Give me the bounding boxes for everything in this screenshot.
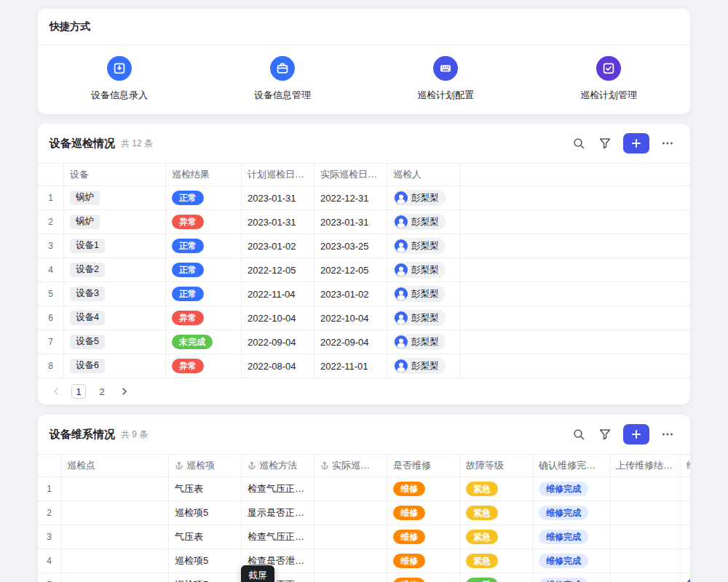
actual-cell[interactable] (314, 501, 387, 525)
add-record-button[interactable] (623, 424, 649, 445)
actual-date-cell[interactable]: 2023-01-02 (314, 282, 387, 306)
column-header[interactable]: 确认维修完… (533, 455, 610, 477)
pager-prev-button[interactable] (51, 386, 61, 396)
column-header[interactable]: 设备 (64, 164, 166, 186)
actual-date-cell[interactable]: 2022-10-04 (314, 306, 387, 330)
point-cell[interactable] (61, 501, 169, 525)
device-cell[interactable]: 设备6 (64, 354, 166, 378)
repair-person-cell[interactable] (681, 573, 690, 582)
plan-date-cell[interactable]: 2022-11-04 (242, 282, 314, 306)
actual-date-cell[interactable]: 2022-09-04 (314, 330, 387, 354)
device-cell[interactable]: 设备2 (64, 258, 166, 282)
point-cell[interactable] (61, 549, 169, 573)
filter-button[interactable] (594, 424, 616, 445)
plan-date-cell[interactable]: 2023-01-31 (242, 210, 314, 234)
repair-cell[interactable]: 维修 (387, 477, 460, 501)
shortcut-item-0[interactable]: 设备信息录入 (38, 56, 201, 102)
item-cell[interactable]: 气压表 (169, 525, 242, 549)
repair-cell[interactable]: 维修 (387, 525, 460, 549)
actual-date-cell[interactable]: 2023-03-25 (314, 234, 387, 258)
confirm-cell[interactable]: 维修完成 (533, 477, 610, 501)
item-cell[interactable]: 巡检项5 (169, 501, 242, 525)
shortcut-item-1[interactable]: 设备信息管理 (201, 56, 364, 102)
repair-cell[interactable]: 维修 (387, 501, 460, 525)
column-header[interactable]: 巡检点 (61, 455, 169, 477)
level-cell[interactable]: 紧急 (460, 525, 533, 549)
actual-date-cell[interactable]: 2023-01-31 (314, 210, 387, 234)
repair-person-cell[interactable] (681, 501, 690, 525)
more-button[interactable] (657, 133, 678, 154)
level-cell[interactable]: 紧急 (460, 501, 533, 525)
column-header[interactable]: 巡检方法 (242, 455, 314, 477)
plan-date-cell[interactable]: 2022-09-04 (242, 330, 314, 354)
pager-page-2[interactable]: 2 (95, 384, 109, 399)
column-header[interactable]: 计划巡检日… (242, 164, 314, 186)
column-header[interactable]: 实际巡检日… (314, 164, 387, 186)
search-button[interactable] (568, 424, 590, 445)
result-cell[interactable]: 异常 (166, 306, 242, 330)
result-cell[interactable]: 未完成 (166, 330, 242, 354)
actual-cell[interactable] (314, 573, 387, 582)
upload-cell[interactable] (610, 549, 681, 573)
item-cell[interactable]: 气压表 (169, 477, 242, 501)
repair-cell[interactable]: 维修 (387, 549, 460, 573)
actual-date-cell[interactable]: 2022-11-01 (314, 354, 387, 378)
inspector-cell[interactable]: 彭梨梨 (387, 306, 460, 330)
result-cell[interactable]: 正常 (166, 282, 242, 306)
item-cell[interactable]: 巡检项5 (169, 573, 242, 582)
column-header[interactable]: 巡检人 (387, 164, 460, 186)
result-cell[interactable]: 正常 (166, 258, 242, 282)
level-cell[interactable]: 一般 (460, 573, 533, 582)
inspector-cell[interactable]: 彭梨梨 (387, 234, 460, 258)
inspector-cell[interactable]: 彭梨梨 (387, 354, 460, 378)
inspector-cell[interactable]: 彭梨梨 (387, 186, 460, 210)
upload-cell[interactable] (610, 501, 681, 525)
more-button[interactable] (657, 424, 678, 445)
plan-date-cell[interactable]: 2023-01-02 (242, 234, 314, 258)
item-cell[interactable]: 巡检项5 (169, 549, 242, 573)
plan-date-cell[interactable]: 2023-01-31 (242, 186, 314, 210)
actual-date-cell[interactable]: 2022-12-05 (314, 258, 387, 282)
repair-person-cell[interactable] (681, 477, 690, 501)
repair-cell[interactable]: 维修 (387, 573, 460, 582)
add-record-button[interactable] (623, 133, 649, 154)
column-header[interactable]: 巡检结果 (166, 164, 242, 186)
search-button[interactable] (568, 133, 590, 154)
inspector-cell[interactable]: 彭梨梨 (387, 282, 460, 306)
result-cell[interactable]: 异常 (166, 210, 242, 234)
device-cell[interactable]: 锅炉 (64, 186, 166, 210)
upload-cell[interactable] (610, 573, 681, 582)
device-cell[interactable]: 设备3 (64, 282, 166, 306)
level-cell[interactable]: 紧急 (460, 549, 533, 573)
plan-date-cell[interactable]: 2022-12-05 (242, 258, 314, 282)
method-cell[interactable]: 检查气压正… (242, 525, 314, 549)
actual-cell[interactable] (314, 525, 387, 549)
repair-person-cell[interactable] (681, 549, 690, 573)
column-header[interactable]: 巡检项 (169, 455, 242, 477)
actual-cell[interactable] (314, 549, 387, 573)
pager-next-button[interactable] (119, 386, 130, 396)
upload-cell[interactable] (610, 525, 681, 549)
device-cell[interactable]: 设备4 (64, 306, 166, 330)
column-header[interactable]: 维… (681, 455, 690, 477)
device-cell[interactable]: 锅炉 (64, 210, 166, 234)
inspector-cell[interactable]: 彭梨梨 (387, 258, 460, 282)
column-header[interactable]: 故障等级 (460, 455, 533, 477)
method-cell[interactable]: 检查气压正… (242, 477, 314, 501)
point-cell[interactable] (61, 573, 169, 582)
device-cell[interactable]: 设备5 (64, 330, 166, 354)
column-header[interactable]: 上传维修结… (610, 455, 681, 477)
filter-button[interactable] (594, 133, 616, 154)
plan-date-cell[interactable]: 2022-08-04 (242, 354, 314, 378)
shortcut-item-3[interactable]: 巡检计划管理 (527, 56, 690, 102)
level-cell[interactable]: 紧急 (460, 477, 533, 501)
confirm-cell[interactable]: 维修完成 (533, 525, 610, 549)
pager-page-1[interactable]: 1 (71, 384, 86, 399)
confirm-cell[interactable]: 维修完成 (533, 549, 610, 573)
point-cell[interactable] (61, 477, 169, 501)
result-cell[interactable]: 正常 (166, 186, 242, 210)
upload-cell[interactable] (610, 477, 681, 501)
column-header[interactable]: 是否维修 (387, 455, 460, 477)
inspector-cell[interactable]: 彭梨梨 (387, 210, 460, 234)
confirm-cell[interactable]: 维修完成 (533, 573, 610, 582)
